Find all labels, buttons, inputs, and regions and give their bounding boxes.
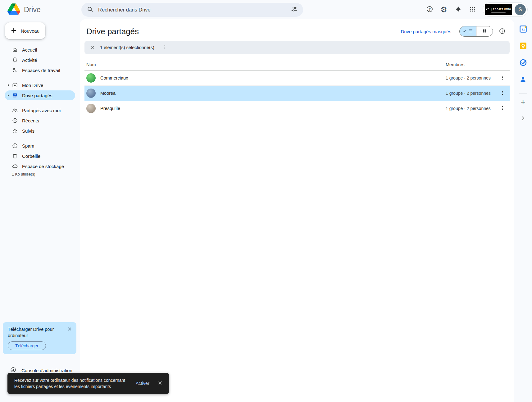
top-bar: Drive ? ⚙ bbox=[0, 0, 532, 19]
row-more-button[interactable] bbox=[498, 103, 507, 113]
my-drive-icon bbox=[12, 82, 18, 88]
info-icon bbox=[499, 28, 506, 35]
kebab-icon bbox=[162, 44, 168, 51]
view-toggle bbox=[459, 26, 493, 37]
org-logo-text: PROJET IMMO bbox=[493, 8, 511, 11]
chevron-right-icon bbox=[520, 116, 526, 122]
check-icon bbox=[463, 29, 467, 34]
shared-drives-icon bbox=[12, 92, 18, 98]
toast-activate-button[interactable]: Activer bbox=[134, 378, 151, 388]
details-button[interactable] bbox=[497, 26, 508, 37]
search-bar[interactable] bbox=[81, 3, 303, 17]
search-filter-icon[interactable] bbox=[291, 6, 298, 14]
table-row[interactable]: Presqu'île 1 groupe · 2 personnes bbox=[84, 101, 510, 116]
search-icon[interactable] bbox=[87, 6, 93, 14]
collapse-panel-button[interactable] bbox=[519, 115, 527, 123]
help-icon: ? bbox=[426, 6, 433, 14]
org-logo: | PROJET IMMO bbox=[485, 4, 512, 15]
storage-used-text: 1 Ko utilisé(s) bbox=[12, 172, 80, 176]
expand-arrow-icon[interactable] bbox=[8, 84, 9, 86]
column-header-membres: Membres bbox=[446, 62, 495, 67]
keep-icon bbox=[519, 42, 527, 51]
settings-button[interactable]: ⚙ bbox=[437, 3, 450, 16]
sidebar-item-suivis[interactable]: Suivis bbox=[5, 126, 75, 136]
table-row[interactable]: Commerciaux 1 groupe · 2 personnes bbox=[84, 71, 510, 86]
sidebar-nav: Accueil Activité Espaces de travail bbox=[0, 45, 80, 176]
table-row[interactable]: Moorea 1 groupe · 2 personnes bbox=[84, 86, 510, 101]
calendar-button[interactable]: 31 bbox=[519, 25, 527, 34]
apps-grid-icon bbox=[469, 6, 476, 13]
drive-members: 1 groupe · 2 personnes bbox=[446, 91, 495, 96]
selection-more-button[interactable] bbox=[160, 43, 170, 53]
app-title: Drive bbox=[24, 6, 41, 14]
expand-arrow-icon[interactable] bbox=[8, 94, 9, 97]
keep-button[interactable] bbox=[519, 42, 527, 50]
sidebar-item-spam[interactable]: Spam bbox=[5, 141, 75, 151]
tasks-button[interactable] bbox=[519, 59, 527, 67]
drive-members: 1 groupe · 2 personnes bbox=[446, 75, 495, 80]
svg-text:31: 31 bbox=[521, 28, 525, 31]
hidden-shared-drives-link[interactable]: Drive partagés masqués bbox=[401, 29, 451, 34]
sidebar-item-label: Espaces de travail bbox=[22, 68, 60, 73]
page-title: Drive partagés bbox=[86, 27, 139, 36]
sidebar-item-corbeille[interactable]: Corbeille bbox=[5, 151, 75, 161]
sidebar-item-label: Activité bbox=[22, 57, 37, 63]
add-panel-app-button[interactable]: + bbox=[519, 98, 527, 106]
contacts-button[interactable] bbox=[519, 76, 527, 84]
kebab-icon bbox=[500, 105, 505, 112]
sidebar-item-mon-drive[interactable]: Mon Drive bbox=[5, 80, 75, 90]
grid-view-button[interactable] bbox=[476, 26, 493, 36]
download-drive-promo: Télécharger Drive pour ordinateur Téléch… bbox=[3, 322, 76, 354]
close-icon bbox=[157, 380, 163, 386]
help-button[interactable]: ? bbox=[423, 3, 436, 16]
drive-name: Commerciaux bbox=[100, 75, 128, 80]
sidebar-item-label: Spam bbox=[22, 143, 34, 148]
svg-text:?: ? bbox=[429, 7, 431, 11]
table-header: Nom Membres bbox=[84, 59, 510, 71]
apps-grid-button[interactable] bbox=[466, 3, 479, 16]
kebab-icon bbox=[500, 75, 505, 81]
contacts-icon bbox=[519, 76, 527, 84]
sidebar-item-accueil[interactable]: Accueil bbox=[5, 45, 75, 55]
row-more-button[interactable] bbox=[498, 73, 507, 83]
toast-close-button[interactable] bbox=[156, 378, 165, 388]
download-button[interactable]: Télécharger bbox=[8, 341, 46, 350]
calendar-icon: 31 bbox=[519, 25, 527, 34]
tasks-icon bbox=[519, 59, 527, 67]
plus-icon bbox=[10, 27, 17, 35]
clear-selection-button[interactable] bbox=[88, 43, 98, 53]
drive-name: Moorea bbox=[100, 91, 116, 96]
sidebar-item-drive-partages[interactable]: Drive partagés bbox=[5, 90, 75, 100]
row-more-button[interactable] bbox=[498, 88, 507, 98]
toast-message: Recevez sur votre ordinateur des notific… bbox=[14, 377, 130, 390]
sidebar-item-label: Accueil bbox=[22, 47, 37, 53]
close-icon bbox=[67, 327, 72, 332]
sidebar-item-partages-avec-moi[interactable]: Partagés avec moi bbox=[5, 105, 75, 115]
close-icon bbox=[90, 44, 95, 51]
sidebar-item-activite[interactable]: Activité bbox=[5, 55, 75, 65]
promo-close-button[interactable] bbox=[66, 326, 73, 333]
sidebar-item-label: Suivis bbox=[22, 128, 34, 134]
drive-home-link[interactable]: Drive bbox=[7, 3, 41, 16]
sidebar-item-espaces-de-travail[interactable]: Espaces de travail bbox=[5, 65, 75, 75]
search-input[interactable] bbox=[98, 7, 287, 13]
account-pill[interactable]: | PROJET IMMO S bbox=[483, 2, 528, 17]
bell-icon bbox=[12, 57, 18, 63]
gemini-button[interactable] bbox=[452, 3, 465, 16]
main-header: Drive partagés Drive partagés masqués bbox=[84, 19, 510, 38]
new-button[interactable]: Nouveau bbox=[5, 22, 45, 39]
drive-theme-avatar bbox=[86, 89, 96, 98]
list-view-button[interactable] bbox=[460, 26, 476, 36]
list-icon bbox=[468, 29, 473, 34]
user-avatar[interactable]: S bbox=[515, 4, 526, 15]
rail-divider bbox=[519, 93, 527, 94]
sidebar-item-recents[interactable]: Récents bbox=[5, 116, 75, 126]
sidebar-item-espace-de-stockage[interactable]: Espace de stockage bbox=[5, 161, 75, 171]
sparkle-icon bbox=[455, 6, 462, 14]
drive-logo-icon bbox=[7, 3, 20, 16]
notification-toast: Recevez sur votre ordinateur des notific… bbox=[7, 373, 169, 394]
admin-console-label: Console d'administration bbox=[21, 368, 72, 373]
shared-drives-table: Nom Membres Commerciaux 1 groupe · 2 per… bbox=[84, 59, 510, 116]
column-header-nom[interactable]: Nom bbox=[86, 62, 446, 67]
drive-theme-avatar bbox=[86, 73, 96, 83]
